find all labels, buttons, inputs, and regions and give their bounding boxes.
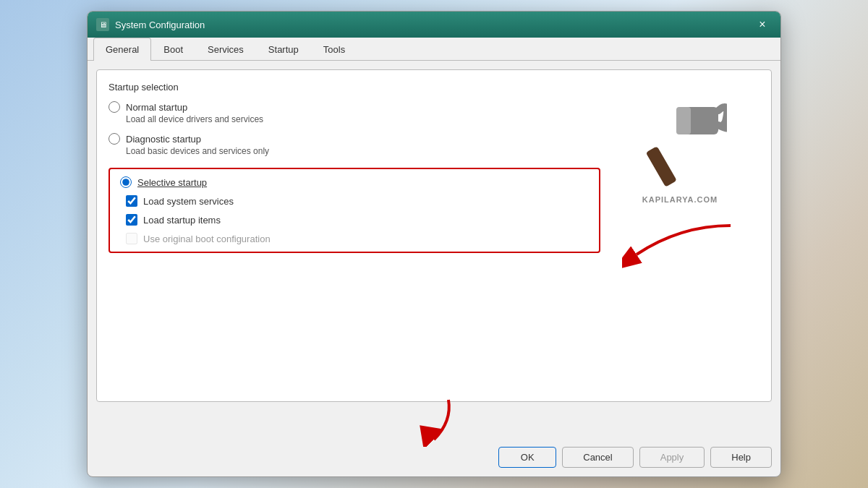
system-configuration-dialog: 🖥 System Configuration × General Boot Se… (87, 11, 781, 477)
normal-startup-item: Normal startup Load all device drivers a… (109, 101, 600, 124)
group-label: Startup selection (109, 82, 600, 93)
red-arrow-left (622, 218, 738, 276)
tab-bar: General Boot Services Startup Tools (88, 38, 780, 61)
selective-startup-label: Selective startup (137, 177, 207, 188)
tab-general[interactable]: General (93, 38, 151, 61)
dialog-title: System Configuration (115, 20, 205, 30)
tab-tools[interactable]: Tools (311, 38, 357, 61)
tab-boot[interactable]: Boot (151, 38, 195, 61)
load-system-services-checkbox[interactable] (126, 195, 137, 207)
normal-startup-row: Normal startup (109, 101, 600, 113)
title-bar: 🖥 System Configuration × (88, 12, 780, 38)
arrow-area (622, 218, 738, 278)
use-original-boot-row: Use original boot configuration (126, 233, 589, 244)
diagnostic-startup-desc: Load basic devices and services only (126, 146, 600, 156)
red-arrow-down (405, 396, 463, 447)
main-content: Startup selection Normal startup Load al… (96, 69, 772, 402)
content-left: Startup selection Normal startup Load al… (109, 82, 600, 390)
down-arrow-area (88, 396, 780, 447)
content-right: KAPILARYA.COM (600, 82, 760, 390)
load-startup-items-label: Load startup items (143, 215, 221, 226)
help-button[interactable]: Help (710, 447, 772, 468)
tab-services[interactable]: Services (195, 38, 256, 61)
tab-startup[interactable]: Startup (256, 38, 311, 61)
selective-startup-box: Selective startup Load system services L… (109, 168, 600, 253)
selective-startup-radio[interactable] (120, 176, 132, 188)
title-bar-left: 🖥 System Configuration (96, 18, 205, 31)
load-startup-items-checkbox[interactable] (126, 214, 137, 226)
diagnostic-startup-label: Diagnostic startup (126, 134, 201, 145)
use-original-boot-label: Use original boot configuration (143, 234, 271, 244)
hammer-area: KAPILARYA.COM (633, 96, 727, 204)
svg-rect-0 (646, 146, 677, 187)
selective-startup-row: Selective startup (120, 176, 589, 188)
normal-startup-label: Normal startup (126, 102, 187, 113)
normal-startup-desc: Load all device drivers and services (126, 114, 600, 124)
title-icon: 🖥 (96, 18, 109, 31)
svg-rect-2 (676, 107, 691, 134)
ok-button[interactable]: OK (498, 447, 556, 468)
load-startup-items-row: Load startup items (126, 214, 589, 226)
checkboxes-group: Load system services Load startup items … (126, 195, 589, 244)
load-system-services-label: Load system services (143, 196, 234, 207)
hammer-icon (633, 96, 727, 190)
diagnostic-startup-item: Diagnostic startup Load basic devices an… (109, 133, 600, 156)
apply-button[interactable]: Apply (639, 447, 705, 468)
watermark-text: KAPILARYA.COM (633, 195, 727, 204)
normal-startup-radio[interactable] (109, 101, 120, 113)
radio-group: Normal startup Load all device drivers a… (109, 101, 600, 253)
diagnostic-startup-row: Diagnostic startup (109, 133, 600, 145)
cancel-button[interactable]: Cancel (562, 447, 633, 468)
use-original-boot-checkbox (126, 233, 137, 244)
load-system-services-row: Load system services (126, 195, 589, 207)
close-button[interactable]: × (753, 15, 772, 34)
diagnostic-startup-radio[interactable] (109, 133, 120, 145)
